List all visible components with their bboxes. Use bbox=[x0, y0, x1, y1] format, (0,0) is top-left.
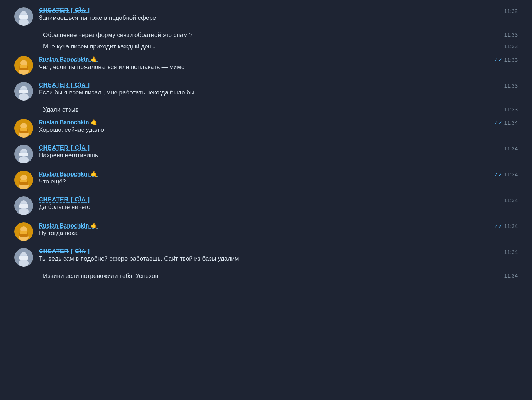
double-check-icon: ✓✓ bbox=[494, 57, 503, 62]
message-content: Ruslan Banochkin 🤙 Хорошо, сейчас удалю bbox=[39, 119, 494, 134]
sender-name: CHEATER [ CÎA ] bbox=[39, 7, 90, 13]
double-check-icon: ✓✓ bbox=[494, 120, 503, 126]
message-text: Хорошо, сейчас удалю bbox=[39, 126, 494, 134]
message-time: 11:32 bbox=[504, 7, 518, 14]
avatar bbox=[14, 7, 33, 26]
message-text: Да больше ничего bbox=[39, 203, 504, 211]
double-check-icon: ✓✓ bbox=[494, 172, 503, 177]
svg-point-2 bbox=[19, 19, 29, 26]
message-content: CHEATER [ CÎA ] Да больше ничего bbox=[39, 196, 504, 211]
avatar bbox=[14, 248, 33, 267]
svg-point-32 bbox=[19, 208, 29, 215]
message-time: ✓✓11:33 bbox=[494, 56, 518, 63]
avatar bbox=[14, 119, 33, 138]
message-text: Если бы я всем писал , мне работать неко… bbox=[39, 88, 504, 97]
svg-rect-29 bbox=[20, 180, 27, 182]
message-time: ✓✓11:34 bbox=[494, 222, 518, 229]
message-content: CHEATER [ CÎA ] Занимаешься ты тоже в по… bbox=[39, 7, 504, 22]
svg-rect-14 bbox=[19, 90, 28, 93]
svg-rect-9 bbox=[20, 65, 27, 68]
message-content: CHEATER [ CÎA ] Если бы я всем писал , м… bbox=[39, 82, 504, 97]
avatar bbox=[14, 222, 33, 241]
message-time: 11:34 bbox=[504, 272, 518, 279]
message-group: Ruslan Banochkin 🤙 Ну тогда пока ✓✓11:34 bbox=[7, 219, 525, 245]
message-time: 11:34 bbox=[504, 145, 518, 152]
chat-container: CHEATER [ CÎA ] Занимаешься ты тоже в по… bbox=[0, 4, 532, 282]
svg-rect-39 bbox=[20, 231, 27, 234]
continuation-text: Извини если потревожили тебя. Успехов bbox=[43, 272, 504, 280]
sender-name: CHEATER [ CÎA ] bbox=[39, 145, 90, 151]
continuation-text: Обращение через форму связи обратной это… bbox=[43, 31, 504, 39]
sender-name: Ruslan Banochkin 🤙 bbox=[39, 171, 98, 177]
sender-name: Ruslan Banochkin 🤙 bbox=[39, 56, 98, 62]
avatar bbox=[14, 56, 33, 75]
message-group: Ruslan Banochkin 🤙 Чел, если ты пожалова… bbox=[7, 52, 525, 78]
sender-name: Ruslan Banochkin 🤙 bbox=[39, 223, 98, 229]
message-text: Что ещё? bbox=[39, 177, 494, 186]
continuation-text: Мне куча писем приходит каждый день bbox=[43, 42, 504, 51]
continuation-text: Удали отзыв bbox=[43, 106, 504, 114]
message-time: 11:34 bbox=[504, 196, 518, 203]
svg-rect-4 bbox=[19, 15, 28, 19]
message-text: Ты ведь сам в подобной сфере работаешь. … bbox=[39, 255, 504, 263]
svg-point-22 bbox=[19, 156, 29, 163]
double-check-icon: ✓✓ bbox=[494, 223, 503, 229]
svg-rect-34 bbox=[19, 204, 28, 208]
avatar bbox=[14, 171, 33, 189]
message-time: ✓✓11:34 bbox=[494, 171, 518, 177]
svg-point-42 bbox=[19, 260, 29, 267]
svg-rect-44 bbox=[19, 256, 28, 260]
message-group: Ruslan Banochkin 🤙 Что ещё? ✓✓11:34 bbox=[7, 167, 525, 193]
message-text: Нахрена негативишь bbox=[39, 151, 504, 160]
svg-rect-19 bbox=[20, 128, 27, 131]
continuation-message: Мне куча писем приходит каждый день 11:3… bbox=[7, 41, 525, 52]
message-text: Занимаешься ты тоже в подобной сфере bbox=[39, 14, 504, 22]
message-text: Ну тогда пока bbox=[39, 229, 494, 238]
message-time: 11:33 bbox=[504, 106, 518, 112]
sender-name: CHEATER [ CÎA ] bbox=[39, 196, 90, 203]
message-content: CHEATER [ CÎA ] Нахрена негативишь bbox=[39, 145, 504, 160]
message-group: CHEATER [ CÎA ] Нахрена негативишь 11:34 bbox=[7, 141, 525, 167]
sender-name: CHEATER [ CÎA ] bbox=[39, 82, 90, 88]
message-text: Чел, если ты пожаловаться или поплакать … bbox=[39, 63, 494, 71]
message-group: CHEATER [ CÎA ] Занимаешься ты тоже в по… bbox=[7, 4, 525, 29]
message-content: Ruslan Banochkin 🤙 Ну тогда пока bbox=[39, 222, 494, 238]
continuation-message: Извини если потревожили тебя. Успехов 11… bbox=[7, 270, 525, 282]
message-group: CHEATER [ CÎA ] Если бы я всем писал , м… bbox=[7, 78, 525, 104]
message-group: Ruslan Banochkin 🤙 Хорошо, сейчас удалю … bbox=[7, 115, 525, 141]
sender-name: Ruslan Banochkin 🤙 bbox=[39, 119, 98, 125]
message-time: 11:33 bbox=[504, 82, 518, 89]
message-content: Ruslan Banochkin 🤙 Что ещё? bbox=[39, 171, 494, 186]
svg-point-12 bbox=[19, 93, 29, 101]
message-time: 11:33 bbox=[504, 31, 518, 38]
continuation-message: Обращение через форму связи обратной это… bbox=[7, 29, 525, 41]
svg-rect-24 bbox=[19, 153, 28, 156]
message-time: 11:33 bbox=[504, 42, 518, 49]
message-group: CHEATER [ CÎA ] Да больше ничего 11:34 bbox=[7, 193, 525, 219]
avatar bbox=[14, 82, 33, 101]
avatar bbox=[14, 145, 33, 163]
avatar bbox=[14, 196, 33, 215]
message-time: ✓✓11:34 bbox=[494, 119, 518, 126]
continuation-message: Удали отзыв 11:33 bbox=[7, 104, 525, 116]
message-content: CHEATER [ CÎA ] Ты ведь сам в подобной с… bbox=[39, 248, 504, 263]
message-time: 11:34 bbox=[504, 248, 518, 255]
message-content: Ruslan Banochkin 🤙 Чел, если ты пожалова… bbox=[39, 56, 494, 71]
message-group: CHEATER [ CÎA ] Ты ведь сам в подобной с… bbox=[7, 245, 525, 270]
sender-name: CHEATER [ CÎA ] bbox=[39, 248, 90, 254]
